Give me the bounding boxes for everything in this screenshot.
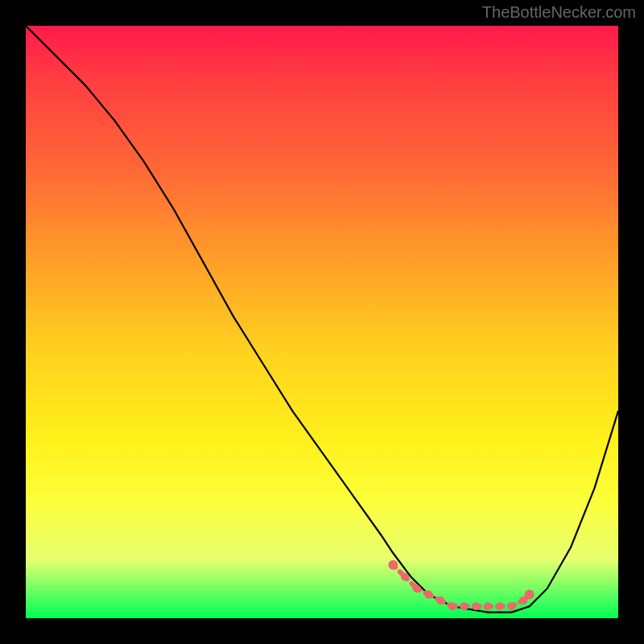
marker-dot bbox=[401, 573, 409, 581]
marker-dot bbox=[436, 597, 444, 605]
marker-dot bbox=[496, 602, 504, 610]
marker-group bbox=[388, 560, 534, 611]
bottleneck-curve bbox=[26, 26, 618, 613]
watermark-text: TheBottleNecker.com bbox=[482, 3, 636, 22]
chart-background bbox=[26, 26, 618, 618]
marker-dot bbox=[425, 591, 433, 599]
marker-dot bbox=[448, 602, 456, 610]
marker-dot bbox=[484, 602, 492, 610]
marker-dot bbox=[413, 584, 421, 592]
chart-svg bbox=[26, 26, 618, 618]
marker-dot bbox=[508, 602, 516, 610]
marker-dot bbox=[472, 602, 480, 610]
marker-dot bbox=[388, 560, 398, 570]
marker-dot bbox=[525, 590, 535, 600]
marker-dot bbox=[460, 602, 469, 610]
